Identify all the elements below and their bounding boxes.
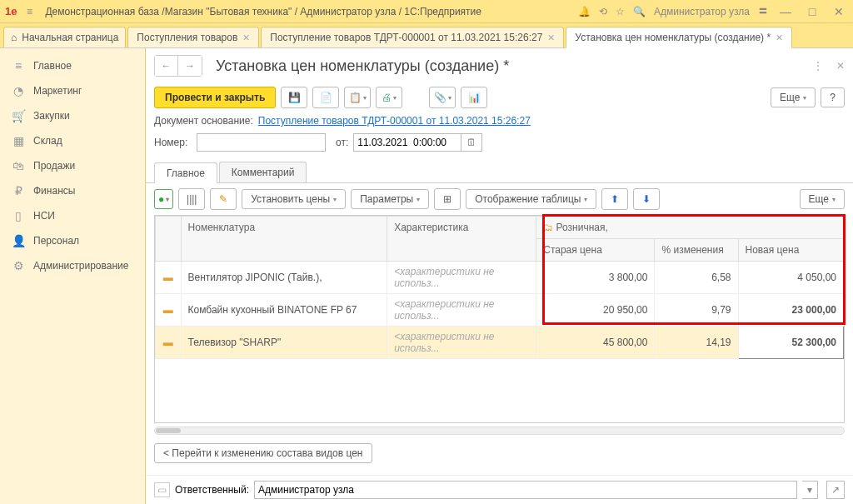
row-icon: ▬ bbox=[163, 304, 173, 316]
cell-pct-change[interactable]: 9,79 bbox=[655, 294, 738, 327]
col-price-group[interactable]: 🗂 Розничная, bbox=[536, 217, 844, 239]
sidebar-item-7[interactable]: 👤Персонал bbox=[0, 228, 145, 253]
col-characteristic[interactable]: Характеристика bbox=[387, 217, 536, 262]
home-icon: ⌂ bbox=[11, 32, 17, 43]
move-up-button[interactable]: ⬆ bbox=[601, 188, 628, 210]
tab-comment[interactable]: Комментарий bbox=[219, 162, 307, 182]
sidebar: ≡Главное◔Маркетинг🛒Закупки▦Склад🛍Продажи… bbox=[0, 48, 146, 504]
doc-basis-label: Документ основание: bbox=[154, 115, 253, 127]
cell-nomenclature[interactable]: Телевизор "SHARP" bbox=[181, 327, 387, 359]
sidebar-label: Администрирование bbox=[33, 260, 128, 272]
sidebar-label: Закупки bbox=[33, 110, 70, 122]
sidebar-item-0[interactable]: ≡Главное bbox=[0, 53, 145, 78]
dropdown-icon[interactable]: ▾ bbox=[802, 481, 818, 499]
responsible-label: Ответственный: bbox=[175, 484, 249, 496]
tab-receipts[interactable]: Поступления товаров ✕ bbox=[127, 27, 259, 47]
table-display-button[interactable]: Отображение таблицы▾ bbox=[466, 189, 596, 209]
cell-new-price[interactable]: 23 000,00 bbox=[738, 294, 843, 327]
cell-characteristic[interactable]: <характеристики не использ... bbox=[387, 294, 536, 327]
save-button[interactable]: 💾 bbox=[281, 87, 307, 108]
calendar-icon[interactable]: 🗓 bbox=[461, 133, 482, 152]
cell-new-price[interactable]: 4 050,00 bbox=[738, 262, 843, 294]
more-button[interactable]: Еще▾ bbox=[771, 87, 816, 107]
sidebar-item-6[interactable]: ▯НСИ bbox=[0, 203, 145, 228]
close-icon[interactable]: ✕ bbox=[242, 32, 250, 43]
horizontal-scrollbar[interactable] bbox=[154, 427, 845, 435]
sidebar-icon: ▯ bbox=[12, 209, 25, 222]
responsible-input[interactable] bbox=[254, 481, 797, 499]
tab-label: Поступление товаров ТДРТ-000001 от 11.03… bbox=[270, 32, 542, 43]
forward-button[interactable]: → bbox=[178, 56, 202, 76]
number-input[interactable] bbox=[197, 133, 326, 152]
col-nomenclature[interactable]: Номенклатура bbox=[181, 217, 387, 262]
barcode-button[interactable]: |||| bbox=[178, 188, 205, 210]
menu-icon[interactable]: 〓 bbox=[758, 4, 768, 18]
collapse-icon[interactable]: ▭ bbox=[154, 482, 170, 497]
sidebar-item-5[interactable]: ₽Финансы bbox=[0, 178, 145, 203]
tab-set-prices[interactable]: Установка цен номенклатуры (создание) * … bbox=[566, 27, 792, 48]
add-button[interactable]: ●▾ bbox=[154, 189, 173, 209]
change-price-types-button[interactable]: < Перейти к изменению состава видов цен bbox=[154, 443, 372, 463]
sidebar-item-3[interactable]: ▦Склад bbox=[0, 128, 145, 153]
sidebar-icon: ₽ bbox=[12, 184, 25, 197]
cell-old-price[interactable]: 3 800,00 bbox=[536, 262, 655, 294]
sidebar-item-1[interactable]: ◔Маркетинг bbox=[0, 78, 145, 103]
hamburger-icon[interactable]: ≡ bbox=[22, 6, 37, 17]
create-based-button[interactable]: 📋▾ bbox=[344, 87, 371, 108]
search-icon[interactable]: 🔍 bbox=[633, 6, 646, 17]
col-old-price[interactable]: Старая цена bbox=[536, 239, 655, 262]
table-more-button[interactable]: Еще▾ bbox=[800, 189, 845, 209]
expand-button[interactable]: ⊞ bbox=[434, 188, 461, 210]
bell-icon[interactable]: 🔔 bbox=[578, 6, 591, 17]
attach-button[interactable]: 📎▾ bbox=[429, 87, 456, 108]
sidebar-label: Склад bbox=[33, 135, 62, 147]
table-row[interactable]: ▬ Вентилятор JIPONIC (Тайв.), <характери… bbox=[156, 262, 844, 294]
tab-home[interactable]: ⌂ Начальная страница bbox=[3, 27, 126, 47]
user-label[interactable]: Администратор узла bbox=[654, 6, 750, 17]
magic-button[interactable]: ✎ bbox=[210, 188, 237, 210]
cell-pct-change[interactable]: 6,58 bbox=[655, 262, 738, 294]
help-button[interactable]: ? bbox=[821, 87, 845, 107]
history-icon[interactable]: ⟲ bbox=[599, 6, 607, 17]
sidebar-item-2[interactable]: 🛒Закупки bbox=[0, 103, 145, 128]
close-panel-icon[interactable]: ✕ bbox=[828, 60, 845, 72]
minimize-button[interactable]: — bbox=[776, 5, 795, 18]
cell-old-price[interactable]: 45 800,00 bbox=[536, 327, 655, 359]
cell-nomenclature[interactable]: Комбайн кухонный BINATONE FP 67 bbox=[181, 294, 387, 327]
post-button[interactable]: 📄 bbox=[312, 87, 339, 108]
report-button[interactable]: 📊 bbox=[461, 87, 487, 108]
tab-receipt-doc[interactable]: Поступление товаров ТДРТ-000001 от 11.03… bbox=[261, 27, 564, 47]
sidebar-icon: 🛒 bbox=[12, 109, 25, 122]
table-row[interactable]: ▬ Комбайн кухонный BINATONE FP 67 <харак… bbox=[156, 294, 844, 327]
maximize-button[interactable]: □ bbox=[803, 5, 821, 18]
sidebar-icon: ▦ bbox=[12, 134, 25, 147]
print-button[interactable]: 🖨▾ bbox=[376, 87, 402, 108]
cell-old-price[interactable]: 20 950,00 bbox=[536, 294, 655, 327]
more-icon[interactable]: ⋮ bbox=[813, 60, 823, 72]
close-icon[interactable]: ✕ bbox=[776, 32, 783, 43]
post-and-close-button[interactable]: Провести и закрыть bbox=[154, 87, 276, 108]
titlebar: 1e ≡ Демонстрационная база /Магазин "Быт… bbox=[0, 0, 853, 23]
cell-characteristic[interactable]: <характеристики не использ... bbox=[387, 327, 536, 359]
sidebar-item-4[interactable]: 🛍Продажи bbox=[0, 153, 145, 178]
cell-nomenclature[interactable]: Вентилятор JIPONIC (Тайв.), bbox=[181, 262, 387, 294]
close-button[interactable]: ✕ bbox=[830, 5, 848, 18]
table-row[interactable]: ▬ Телевизор "SHARP" <характеристики не и… bbox=[156, 327, 844, 359]
col-new-price[interactable]: Новая цена bbox=[738, 239, 843, 262]
date-input[interactable] bbox=[353, 133, 461, 152]
sidebar-label: НСИ bbox=[33, 210, 55, 222]
set-prices-button[interactable]: Установить цены▾ bbox=[242, 189, 346, 209]
move-down-button[interactable]: ⬇ bbox=[633, 188, 660, 210]
cell-characteristic[interactable]: <характеристики не использ... bbox=[387, 262, 536, 294]
tab-main[interactable]: Главное bbox=[154, 162, 217, 183]
open-icon[interactable]: ↗ bbox=[826, 481, 845, 499]
star-icon[interactable]: ☆ bbox=[616, 6, 625, 17]
doc-basis-link[interactable]: Поступление товаров ТДРТ-000001 от 11.03… bbox=[258, 115, 531, 127]
cell-new-price[interactable]: 52 300,00 bbox=[738, 327, 843, 359]
back-button[interactable]: ← bbox=[155, 56, 178, 76]
cell-pct-change[interactable]: 14,19 bbox=[655, 327, 738, 359]
col-pct-change[interactable]: % изменения bbox=[655, 239, 738, 262]
sidebar-item-8[interactable]: ⚙Администрирование bbox=[0, 253, 145, 278]
close-icon[interactable]: ✕ bbox=[547, 32, 555, 43]
params-button[interactable]: Параметры▾ bbox=[351, 189, 429, 209]
